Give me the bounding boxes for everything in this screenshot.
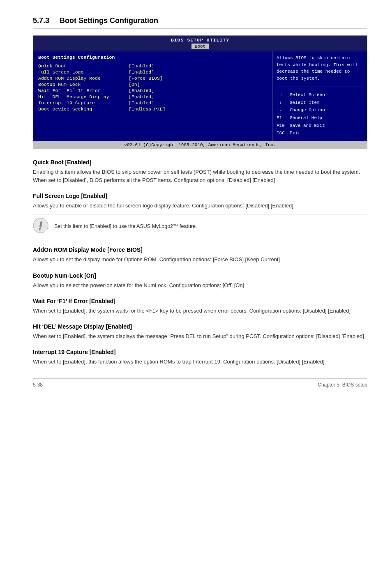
- bios-key-row: F1General Help: [277, 114, 363, 122]
- bios-row-label: Boot Device Seeking: [38, 106, 129, 112]
- section-body-text: Enabling this item allows the BIOS to sk…: [33, 168, 367, 184]
- bios-row-label: Hit `DEL` Message Display: [38, 94, 129, 99]
- content-sections: Quick Boot [Enabled]Enabling this item a…: [33, 159, 367, 366]
- bios-menu-row: Hit `DEL` Message Display[Enabled]: [38, 94, 267, 99]
- footer-right: Chapter 5: BIOS setup: [318, 382, 367, 388]
- bios-row-value: [Enabled]: [129, 69, 154, 75]
- bios-menu-row: AddOn ROM Display Mode[Force BIOS]: [38, 76, 267, 81]
- footer-left: 5-38: [33, 382, 43, 388]
- key-symbol: ↑↓: [277, 99, 290, 107]
- note-pencil-icon: [33, 218, 48, 235]
- bios-section-title: Boot Settings Configuration: [38, 55, 267, 60]
- section-subheading: Wait For ‘F1’ If Error [Enabled]: [33, 298, 367, 304]
- key-action: Select Item: [290, 100, 320, 105]
- bios-row-value: [Endless PXE]: [129, 106, 166, 112]
- bios-row-label: Bootup Num-Lock: [38, 82, 129, 87]
- bios-row-label: Quick Boot: [38, 63, 129, 69]
- section-body-text: When set to [Enabled], this function all…: [33, 358, 367, 366]
- key-symbol: ←→: [277, 91, 290, 99]
- bios-row-value: [Enabled]: [129, 63, 154, 69]
- content-section-hit-del: Hit ‘DEL’ Message Display [Enabled]When …: [33, 323, 367, 341]
- key-action: Exit: [290, 131, 300, 136]
- bios-menu-row: Boot Device Seeking[Endless PXE]: [38, 106, 267, 112]
- bios-footer: v02.61 (C)Copyright 1985-2010, American …: [33, 141, 367, 149]
- bios-menu-row: Interrupt 19 Capture[Enabled]: [38, 100, 267, 106]
- section-body-text: Allows you to select the power-on state …: [33, 281, 367, 290]
- bios-menu-rows: Quick Boot[Enabled]Full Screen Logo[Enab…: [38, 63, 267, 112]
- bios-menu-row: Quick Boot[Enabled]: [38, 63, 267, 69]
- bios-top-label: BIOS SETUP UTILITY: [171, 37, 229, 43]
- content-section-addon-rom: AddOn ROM Display Mode [Force BIOS]Allow…: [33, 246, 367, 264]
- note-box: Set this item to [Enabled] to use the AS…: [33, 214, 367, 238]
- bios-row-value: [Enabled]: [129, 100, 154, 106]
- section-subheading: Interrupt 19 Capture [Enabled]: [33, 349, 367, 355]
- pencil-svg: [33, 218, 48, 233]
- section-subheading: AddOn ROM Display Mode [Force BIOS]: [33, 246, 367, 253]
- bios-row-value: [Enabled]: [129, 94, 154, 99]
- bios-screenshot: BIOS SETUP UTILITY Boot Boot Settings Co…: [33, 35, 367, 149]
- bios-row-label: AddOn ROM Display Mode: [38, 76, 129, 81]
- section-heading: 5.7.3 Boot Settings Configuration: [33, 16, 367, 29]
- key-action: General Help: [290, 115, 322, 120]
- key-action: Select Screen: [290, 92, 325, 97]
- key-action: Change Option: [290, 108, 325, 113]
- key-action: Save and Exit: [290, 123, 325, 128]
- key-symbol: +-: [277, 106, 290, 114]
- bios-key-row: +-Change Option: [277, 106, 363, 114]
- section-subheading: Quick Boot [Enabled]: [33, 159, 367, 166]
- section-subheading: Hit ‘DEL’ Message Display [Enabled]: [33, 323, 367, 330]
- bios-key-legend: ←→Select Screen↑↓Select Item+-Change Opt…: [277, 91, 363, 137]
- note-text: Set this item to [Enabled] to use the AS…: [54, 223, 197, 229]
- bios-key-row: ←→Select Screen: [277, 91, 363, 99]
- bios-menu-row: Full Screen Logo[Enabled]: [38, 69, 267, 75]
- section-subheading: Full Screen Logo [Enabled]: [33, 193, 367, 199]
- key-symbol: F1: [277, 114, 290, 122]
- content-section-full-screen-logo: Full Screen Logo [Enabled]Allows you to …: [33, 193, 367, 238]
- key-symbol: F10: [277, 122, 290, 130]
- bios-row-label: Wait For `F1` If Error: [38, 88, 129, 93]
- bios-row-value: [Enabled]: [129, 88, 154, 93]
- section-body-text: Allows you to enable or disable the full…: [33, 202, 367, 210]
- bios-row-label: Full Screen Logo: [38, 69, 129, 75]
- bios-menu-row: Bootup Num-Lock[On]: [38, 82, 267, 87]
- section-subheading: Bootup Num-Lock [On]: [33, 272, 367, 279]
- content-section-interrupt-19: Interrupt 19 Capture [Enabled]When set t…: [33, 349, 367, 366]
- page-footer: 5-38 Chapter 5: BIOS setup: [33, 378, 367, 388]
- bios-menu-row: Wait For `F1` If Error[Enabled]: [38, 88, 267, 93]
- bios-row-value: [Force BIOS]: [129, 76, 163, 81]
- content-section-wait-for-f1: Wait For ‘F1’ If Error [Enabled]When set…: [33, 298, 367, 315]
- content-section-quick-boot: Quick Boot [Enabled]Enabling this item a…: [33, 159, 367, 184]
- section-body-text: Allows you to set the display mode for O…: [33, 255, 367, 264]
- svg-line-3: [40, 222, 42, 222]
- bios-key-row: ESCExit: [277, 129, 363, 137]
- section-body-text: When set to [Enabled], the system waits …: [33, 307, 367, 315]
- bios-key-row: F10Save and Exit: [277, 122, 363, 130]
- bios-tab: Boot: [191, 44, 209, 49]
- key-symbol: ESC: [277, 129, 290, 137]
- bios-key-row: ↑↓Select Item: [277, 99, 363, 107]
- bios-help-text: Allows BIOS to skip certain tests while …: [277, 55, 363, 82]
- bios-row-value: [On]: [129, 82, 140, 87]
- section-title: Boot Settings Configuration: [60, 16, 158, 25]
- section-body-text: When set to [Enabled], the system displa…: [33, 332, 367, 341]
- content-section-bootup-numlock: Bootup Num-Lock [On]Allows you to select…: [33, 272, 367, 290]
- section-number: 5.7.3: [33, 16, 49, 25]
- bios-row-label: Interrupt 19 Capture: [38, 100, 129, 106]
